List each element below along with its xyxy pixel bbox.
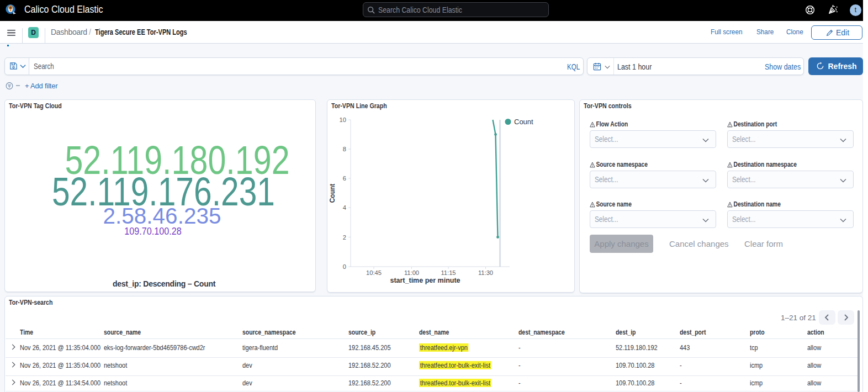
svg-text:8: 8 <box>343 146 346 152</box>
svg-text:6: 6 <box>343 175 346 182</box>
svg-text:10: 10 <box>340 116 346 123</box>
svg-text:Count: Count <box>514 118 533 126</box>
svg-text:2: 2 <box>343 234 346 241</box>
svg-text:start_time per minute: start_time per minute <box>390 277 460 284</box>
svg-text:11:00: 11:00 <box>404 269 419 276</box>
svg-text:0: 0 <box>343 263 346 270</box>
svg-text:11:30: 11:30 <box>478 269 493 276</box>
svg-text:4: 4 <box>343 204 346 211</box>
svg-text:10:45: 10:45 <box>366 269 382 276</box>
svg-text:Count: Count <box>329 184 336 203</box>
svg-text:11:15: 11:15 <box>441 269 456 276</box>
